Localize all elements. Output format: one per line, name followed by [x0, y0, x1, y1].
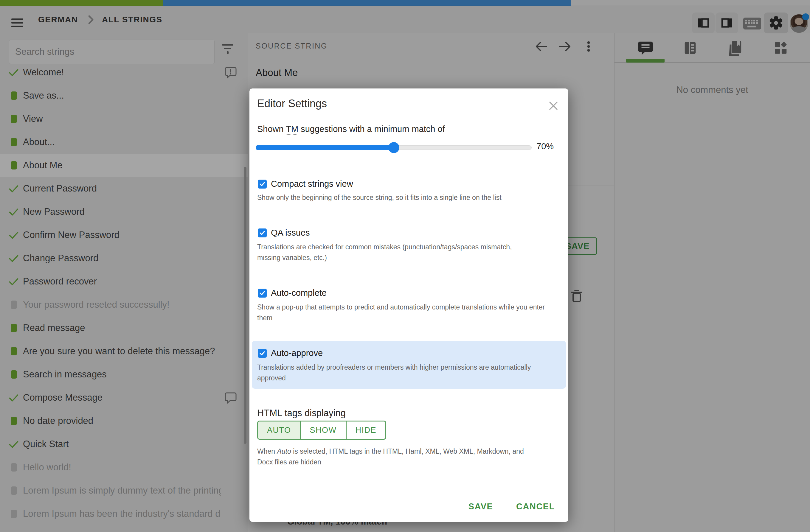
modal-cancel-button[interactable]: CANCEL — [512, 499, 560, 514]
auto-complete-desc: Show a pop-up that attempts to predict a… — [257, 302, 561, 323]
auto-approve-desc: Translations added by proofreaders or me… — [257, 362, 537, 383]
html-tags-option-hide[interactable]: HIDE — [346, 421, 386, 439]
auto-complete-checkbox[interactable] — [258, 289, 267, 298]
close-modal-button[interactable] — [548, 100, 560, 112]
html-tags-option-show[interactable]: SHOW — [301, 421, 346, 439]
crowdin-editor: GERMAN ALL STRINGS — [0, 0, 810, 532]
close-icon — [548, 100, 560, 112]
compact-strings-label[interactable]: Compact strings view — [271, 179, 353, 189]
check-icon — [259, 181, 266, 188]
modal-save-button[interactable]: SAVE — [463, 499, 499, 514]
check-icon — [259, 350, 266, 357]
compact-strings-desc: Show only the beginning of the source st… — [257, 192, 502, 203]
qa-issues-checkbox[interactable] — [258, 229, 267, 237]
qa-issues-desc: Translations are checked for common mist… — [257, 242, 534, 263]
slider-thumb[interactable] — [388, 142, 399, 153]
auto-italic: Auto — [277, 447, 291, 455]
tm-threshold-value: 70% — [536, 142, 554, 151]
auto-approve-checkbox[interactable] — [258, 349, 267, 358]
check-icon — [259, 229, 266, 236]
editor-settings-modal: Editor Settings Shown TM suggestions wit… — [249, 88, 568, 522]
tm-threshold-label: Shown TM suggestions with a minimum matc… — [257, 124, 445, 134]
tm-abbr: TM — [286, 124, 298, 135]
tm-threshold-slider[interactable] — [256, 141, 532, 154]
check-icon — [259, 289, 266, 297]
auto-complete-label[interactable]: Auto-complete — [271, 288, 327, 298]
compact-strings-checkbox[interactable] — [258, 180, 267, 188]
slider-fill — [256, 145, 394, 150]
html-tags-heading: HTML tags displaying — [257, 408, 346, 418]
html-tags-segmented-control: AUTOSHOWHIDE — [257, 420, 386, 440]
qa-issues-label[interactable]: QA issues — [271, 228, 310, 238]
html-tags-option-auto[interactable]: AUTO — [258, 421, 301, 439]
modal-title: Editor Settings — [257, 97, 327, 110]
auto-approve-label[interactable]: Auto-approve — [271, 348, 323, 358]
html-tags-desc: When Auto is selected, HTML tags in the … — [257, 446, 536, 467]
